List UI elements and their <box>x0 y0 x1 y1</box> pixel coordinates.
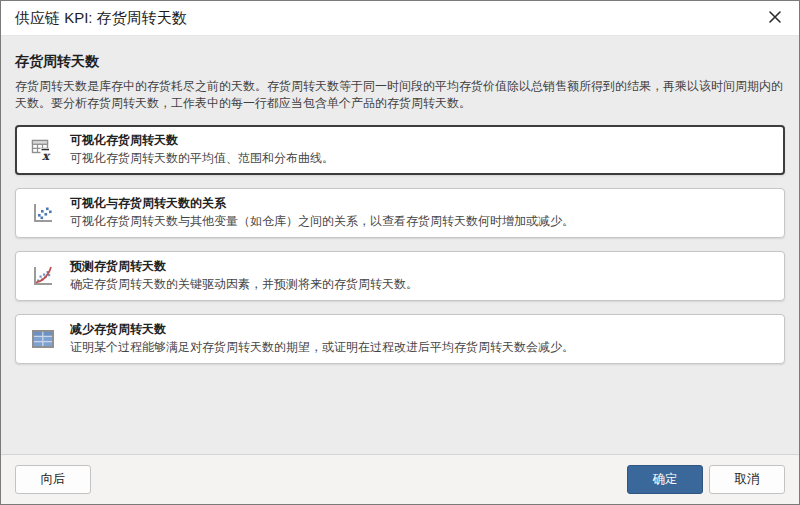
scatter-plot-icon <box>30 200 56 226</box>
ok-button[interactable]: 确定 <box>627 465 703 494</box>
back-button[interactable]: 向后 <box>15 465 91 494</box>
footer-bar: 向后 确定 取消 <box>1 454 799 504</box>
section-heading: 存货周转天数 <box>15 53 785 71</box>
option-card[interactable]: 可视化与存货周转天数的关系 可视化存货周转天数与其他变量（如仓库）之间的关系，以… <box>15 188 785 238</box>
section-description: 存货周转天数是库存中的存货耗尽之前的天数。存货周转天数等于同一时间段的平均存货价… <box>15 78 785 113</box>
trend-curve-icon <box>30 263 56 289</box>
close-icon <box>768 10 782 27</box>
table-grid-icon <box>30 326 56 352</box>
option-title: 预测存货周转天数 <box>70 258 418 275</box>
option-title: 可视化存货周转天数 <box>70 132 334 149</box>
dialog-title: 供应链 KPI: 存货周转天数 <box>15 9 187 28</box>
option-description: 证明某个过程能够满足对存货周转天数的期望，或证明在过程改进后平均存货周转天数会减… <box>70 339 574 356</box>
option-card[interactable]: 减少存货周转天数 证明某个过程能够满足对存货周转天数的期望，或证明在过程改进后平… <box>15 314 785 364</box>
close-button[interactable] <box>761 4 789 32</box>
option-title: 减少存货周转天数 <box>70 321 574 338</box>
table-mean-icon: x <box>30 137 56 163</box>
dialog-window: 供应链 KPI: 存货周转天数 存货周转天数 存货周转天数是库存中的存货耗尽之前… <box>0 0 800 505</box>
cancel-button[interactable]: 取消 <box>709 465 785 494</box>
option-description: 可视化存货周转天数与其他变量（如仓库）之间的关系，以查看存货周转天数何时增加或减… <box>70 213 574 230</box>
footer-actions: 确定 取消 <box>627 465 785 494</box>
option-list: x 可视化存货周转天数 可视化存货周转天数的平均值、范围和分布曲线。 可视化与存… <box>15 125 785 364</box>
option-card[interactable]: x 可视化存货周转天数 可视化存货周转天数的平均值、范围和分布曲线。 <box>15 125 785 175</box>
option-title: 可视化与存货周转天数的关系 <box>70 195 574 212</box>
option-description: 可视化存货周转天数的平均值、范围和分布曲线。 <box>70 150 334 167</box>
option-description: 确定存货周转天数的关键驱动因素，并预测将来的存货周转天数。 <box>70 276 418 293</box>
option-card[interactable]: 预测存货周转天数 确定存货周转天数的关键驱动因素，并预测将来的存货周转天数。 <box>15 251 785 301</box>
title-bar: 供应链 KPI: 存货周转天数 <box>1 1 799 36</box>
dialog-content: 存货周转天数 存货周转天数是库存中的存货耗尽之前的天数。存货周转天数等于同一时间… <box>1 36 799 454</box>
